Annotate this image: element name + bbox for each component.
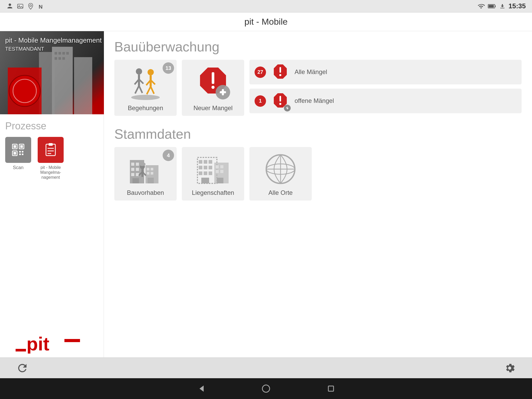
bottom-toolbar	[0, 357, 532, 378]
svg-rect-93	[204, 171, 207, 175]
prozesse-section: Prozesse	[0, 114, 104, 324]
svg-point-0	[9, 3, 11, 6]
liegenschaften-card[interactable]: Liegenschaften	[182, 147, 244, 201]
top-bar: pit - Mobile	[0, 12, 532, 31]
right-panel: Bauüberwachung 13	[104, 31, 532, 357]
svg-rect-24	[20, 145, 23, 148]
main-content: pit - Mobile Mangelmanagement TESTMANDAN…	[0, 31, 532, 357]
svg-rect-108	[328, 386, 334, 391]
svg-rect-101	[217, 178, 223, 183]
prozesse-item-scan[interactable]: Scan	[5, 137, 31, 171]
svg-point-54	[211, 86, 215, 89]
svg-rect-27	[19, 151, 21, 152]
svg-point-39	[136, 68, 142, 75]
svg-rect-8	[52, 47, 73, 114]
svg-rect-57	[222, 89, 224, 95]
bauvorhaben-card[interactable]: 4	[114, 147, 177, 201]
svg-rect-76	[147, 172, 149, 175]
clock: 15:35	[509, 2, 526, 10]
svg-rect-71	[136, 173, 139, 176]
svg-point-107	[262, 385, 270, 392]
svg-rect-88	[209, 160, 212, 164]
svg-rect-94	[209, 171, 212, 175]
svg-rect-100	[220, 170, 223, 173]
svg-rect-6	[495, 5, 496, 7]
app-title: pit - Mobile	[244, 17, 288, 27]
bauvorhaben-icon	[127, 152, 164, 186]
location-icon	[27, 3, 34, 10]
svg-rect-90	[204, 166, 207, 169]
begehungen-badge: 13	[163, 62, 174, 74]
begehungen-card[interactable]: 13	[114, 60, 177, 116]
svg-marker-106	[200, 385, 204, 392]
offene-maengel-card[interactable]: 1	[249, 89, 522, 113]
svg-rect-36	[16, 349, 26, 351]
alle-maengel-label: Alle Mängel	[295, 68, 327, 76]
svg-rect-28	[22, 151, 23, 152]
prozesse-title: Prozesse	[5, 121, 98, 132]
svg-rect-70	[131, 173, 134, 176]
svg-rect-16	[58, 57, 61, 60]
lightning-badge	[284, 105, 291, 111]
lightning-icon	[285, 106, 289, 110]
svg-rect-53	[212, 72, 214, 84]
svg-rect-74	[147, 168, 149, 170]
svg-rect-75	[151, 168, 153, 170]
svg-rect-95	[201, 178, 209, 183]
svg-line-50	[151, 87, 154, 94]
svg-rect-99	[216, 170, 219, 173]
prozesse-item-mangelma[interactable]: pit - Mobile Mangelma-nagement	[36, 137, 65, 180]
download-icon	[499, 3, 506, 9]
right-cards-stack: 27 Alle Mängel 1	[249, 60, 522, 116]
neuer-mangel-card[interactable]: Neuer Mangel	[182, 60, 244, 116]
svg-rect-91	[209, 166, 212, 169]
svg-rect-86	[199, 160, 202, 164]
stammdaten-title: Stammdaten	[114, 126, 522, 142]
svg-marker-64	[286, 106, 289, 110]
image-icon	[17, 3, 24, 10]
svg-point-3	[30, 5, 32, 6]
recent-button[interactable]	[324, 382, 337, 395]
svg-rect-15	[55, 57, 57, 60]
back-button[interactable]	[195, 382, 208, 395]
offene-maengel-label: offene Mängel	[295, 97, 334, 105]
svg-rect-77	[151, 172, 153, 175]
n-icon: N	[37, 3, 45, 10]
svg-point-19	[9, 75, 40, 107]
svg-rect-7	[489, 5, 494, 8]
hero-subtitle: TESTMANDANT	[5, 46, 102, 52]
person-icon	[6, 3, 14, 10]
svg-rect-30	[22, 154, 23, 155]
wifi-icon	[477, 3, 485, 10]
svg-rect-98	[220, 165, 223, 168]
settings-button[interactable]	[503, 361, 516, 375]
back-icon	[196, 384, 206, 393]
svg-rect-17	[62, 57, 65, 60]
alle-orte-card[interactable]: Alle Orte	[249, 147, 312, 201]
refresh-button[interactable]	[16, 361, 29, 375]
svg-rect-29	[19, 154, 21, 155]
pit-logo-svg: pit	[16, 328, 88, 354]
hero-text: pit - Mobile Mangelmanagement TESTMANDAN…	[5, 36, 102, 52]
svg-rect-62	[280, 96, 281, 102]
svg-rect-11	[55, 52, 57, 55]
scan-label: Scan	[13, 165, 23, 171]
bauwacht-section: Bauüberwachung 13	[114, 39, 522, 116]
mangelma-icon-box	[38, 137, 64, 163]
svg-point-51	[131, 95, 160, 100]
svg-rect-97	[216, 165, 219, 168]
home-button[interactable]	[260, 382, 272, 395]
alle-maengel-card[interactable]: 27 Alle Mängel	[249, 60, 522, 84]
svg-rect-22	[14, 145, 16, 148]
svg-rect-69	[136, 168, 139, 171]
home-icon	[261, 384, 271, 393]
hero-title: pit - Mobile Mangelmanagement	[5, 36, 102, 44]
pit-logo-area: pit	[0, 324, 104, 357]
svg-rect-87	[204, 160, 207, 164]
begehungen-label: Begehungen	[128, 104, 163, 112]
bauwacht-grid: 13	[114, 60, 522, 116]
svg-text:N: N	[39, 4, 43, 10]
svg-rect-9	[74, 57, 92, 114]
bauvorhaben-badge: 4	[163, 150, 174, 161]
left-panel: pit - Mobile Mangelmanagement TESTMANDAN…	[0, 31, 104, 357]
